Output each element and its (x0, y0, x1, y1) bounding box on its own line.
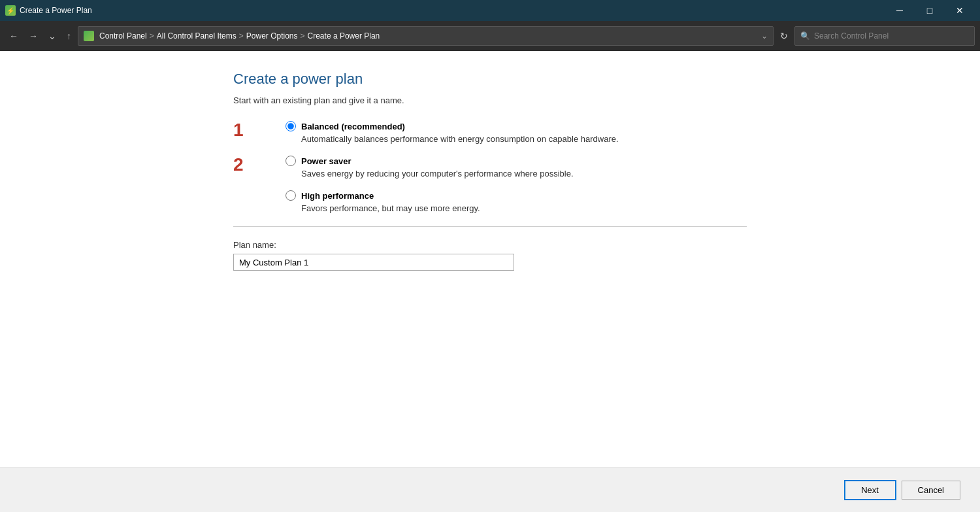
option-highperf-row: High performance Favors performance, but… (286, 190, 747, 213)
close-button[interactable]: ✕ (945, 0, 975, 21)
path-sep-3: > (301, 31, 305, 41)
minimize-button[interactable]: ─ (885, 0, 915, 21)
option-powersaver-header: Power saver (286, 156, 747, 166)
page-title: Create a power plan (233, 71, 747, 88)
option-powersaver-container: 2 Power saver Saves energy by reducing y… (233, 156, 747, 179)
content-area: Create a power plan Start with an existi… (0, 51, 980, 468)
option-highperf-header: High performance (286, 190, 747, 201)
step-1-label: 1 (233, 121, 244, 139)
next-button[interactable]: Next (844, 480, 896, 500)
main-content: Create a power plan Start with an existi… (0, 51, 980, 512)
address-path[interactable]: Control Panel > All Control Panel Items … (78, 26, 774, 46)
highperf-description: Favors performance, but may use more ene… (301, 203, 747, 213)
balanced-label[interactable]: Balanced (recommended) (301, 122, 405, 131)
back-button[interactable]: ← (5, 26, 22, 46)
app-icon: ⚡ (5, 5, 16, 16)
plan-name-section: Plan name: (233, 240, 747, 271)
forward-button[interactable]: → (25, 26, 42, 46)
title-bar-left: ⚡ Create a Power Plan (5, 5, 92, 16)
path-sep-2: > (239, 31, 244, 41)
dropdown-button[interactable]: ⌄ (44, 26, 60, 46)
plan-name-input[interactable] (233, 254, 514, 271)
path-segment-3: Power Options (246, 31, 298, 41)
subtitle: Start with an existing plan and give it … (233, 95, 747, 105)
plan-name-label: Plan name: (233, 240, 747, 250)
search-box[interactable]: 🔍 (794, 26, 975, 46)
search-icon: 🔍 (800, 31, 810, 41)
step-2-label: 2 (233, 156, 244, 174)
path-segment-1: Control Panel (99, 31, 147, 41)
search-input[interactable] (814, 31, 969, 41)
maximize-button[interactable]: □ (915, 0, 945, 21)
powersaver-description: Saves energy by reducing your computer's… (301, 169, 747, 179)
balanced-radio[interactable] (286, 121, 296, 131)
option-powersaver-row: Power saver Saves energy by reducing you… (286, 156, 747, 179)
up-button[interactable]: ↑ (63, 26, 75, 46)
window-title: Create a Power Plan (20, 6, 92, 15)
inner-content: Create a power plan Start with an existi… (0, 71, 980, 271)
path-chevron-icon: ⌄ (761, 31, 768, 41)
path-sep-1: > (150, 31, 154, 41)
address-bar: ← → ⌄ ↑ Control Panel > All Control Pane… (0, 21, 980, 51)
path-segment-2: All Control Panel Items (157, 31, 237, 41)
highperf-radio[interactable] (286, 190, 296, 201)
path-icon (84, 31, 94, 41)
balanced-description: Automatically balances performance with … (301, 134, 747, 144)
powersaver-radio[interactable] (286, 156, 296, 166)
cancel-button[interactable]: Cancel (902, 481, 960, 500)
option-balanced-header: Balanced (recommended) (286, 121, 747, 131)
option-balanced-row: Balanced (recommended) Automatically bal… (286, 121, 747, 144)
powersaver-label[interactable]: Power saver (301, 156, 351, 166)
refresh-button[interactable]: ↻ (776, 26, 792, 46)
title-bar-controls: ─ □ ✕ (885, 0, 975, 21)
section-divider (233, 226, 747, 227)
option-balanced-container: 1 Balanced (recommended) Automatically b… (233, 121, 747, 144)
path-segment-4: Create a Power Plan (308, 31, 380, 41)
highperf-label[interactable]: High performance (301, 191, 374, 201)
bottom-bar: Next Cancel (0, 468, 980, 512)
title-bar: ⚡ Create a Power Plan ─ □ ✕ (0, 0, 980, 21)
option-highperf-container: High performance Favors performance, but… (233, 190, 747, 213)
